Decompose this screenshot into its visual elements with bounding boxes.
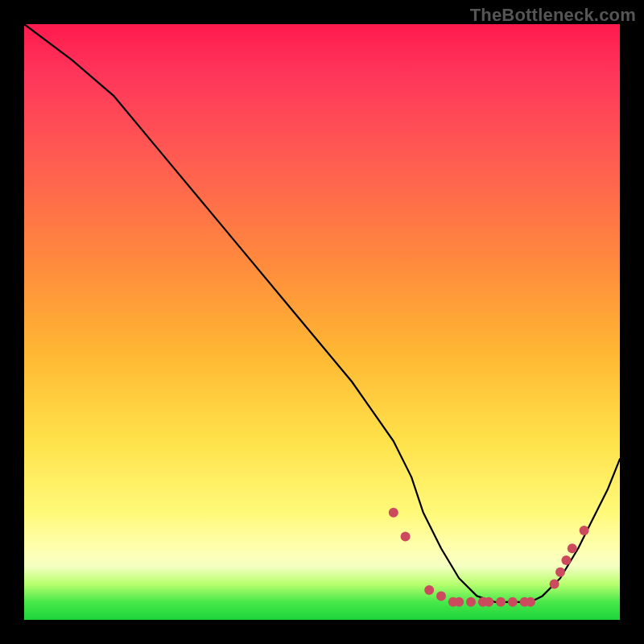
data-point [508, 597, 518, 607]
data-point [401, 531, 411, 541]
chart-svg [24, 24, 620, 620]
data-point [568, 543, 577, 553]
data-point [555, 568, 565, 577]
plot-area [24, 24, 620, 620]
chart-frame: TheBottleneck.com [0, 0, 644, 644]
data-point [389, 508, 398, 518]
data-point [466, 597, 476, 607]
data-point [496, 597, 506, 607]
data-point [424, 585, 434, 595]
data-points-group [389, 508, 589, 607]
watermark-text: TheBottleneck.com [470, 5, 636, 26]
data-point [436, 591, 446, 601]
data-point [561, 555, 571, 565]
data-point [484, 597, 493, 607]
data-point [454, 597, 464, 607]
bottleneck-curve [24, 24, 620, 602]
data-point [550, 580, 559, 589]
data-point [580, 526, 589, 535]
data-point [526, 597, 535, 607]
